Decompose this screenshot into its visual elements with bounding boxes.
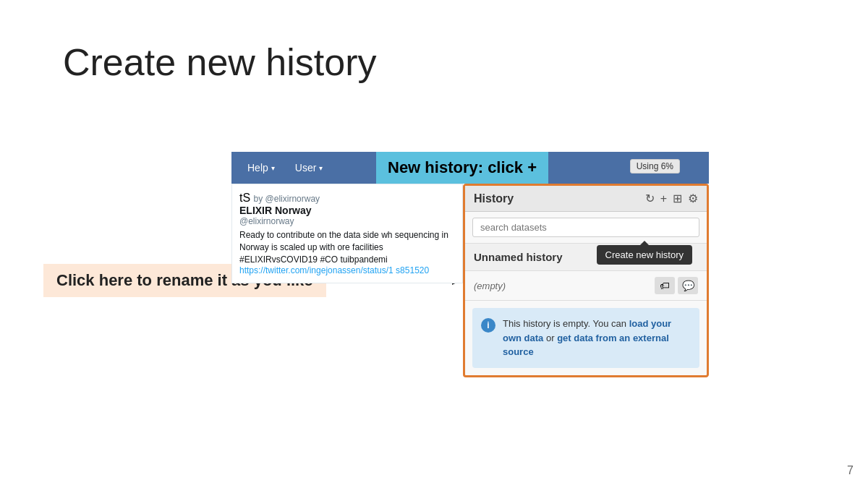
page-title: Create new history	[63, 40, 377, 85]
search-datasets-input[interactable]	[472, 218, 699, 237]
page-number: 7	[847, 464, 854, 477]
using-badge: Using 6%	[630, 159, 680, 174]
tag-icon-group: 🏷 💬	[655, 277, 698, 294]
user-caret-icon: ▾	[319, 164, 323, 172]
empty-row: (empty) 🏷 💬	[465, 271, 707, 301]
nav-bar: Help ▾ User ▾ New history: click + Using…	[231, 152, 709, 184]
user-menu-button[interactable]: User ▾	[286, 158, 332, 178]
history-icon-group: ↻ + ⊞ ⚙	[645, 192, 698, 205]
help-menu-button[interactable]: Help ▾	[239, 158, 284, 178]
refresh-history-button[interactable]: ↻	[645, 192, 655, 205]
gear-button[interactable]: ⚙	[688, 192, 698, 205]
new-history-callout: New history: click +	[376, 152, 548, 184]
info-text: This history is empty. You can load your…	[503, 317, 691, 359]
comment-button[interactable]: 💬	[678, 277, 698, 294]
new-history-button[interactable]: +	[660, 192, 667, 205]
history-panel: History ↻ + ⊞ ⚙ Create new history Unnam…	[463, 184, 709, 377]
history-panel-title: History	[474, 192, 514, 205]
tag-button[interactable]: 🏷	[655, 277, 675, 294]
search-row	[465, 212, 707, 244]
create-history-tooltip: Create new history	[597, 245, 692, 265]
help-caret-icon: ▾	[271, 164, 275, 172]
info-box: i This history is empty. You can load yo…	[472, 308, 699, 368]
empty-label: (empty)	[474, 281, 506, 291]
columns-button[interactable]: ⊞	[673, 192, 682, 205]
galaxy-ui-mockup: Help ▾ User ▾ New history: click + Using…	[231, 152, 709, 477]
history-header: History ↻ + ⊞ ⚙	[465, 186, 707, 212]
info-icon: i	[481, 318, 495, 333]
